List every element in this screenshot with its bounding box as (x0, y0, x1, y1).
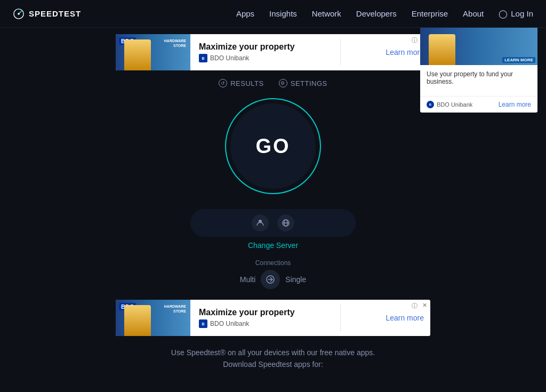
multi-label: Multi (240, 275, 256, 284)
ad-top-image: BDO HARDWARESTORE (116, 34, 190, 70)
ad-bottom-brand-row: B BDO Unibank (199, 319, 295, 328)
toggle-switch[interactable] (261, 270, 280, 289)
connections-section: Connections Multi Single (240, 259, 306, 289)
nav-apps[interactable]: Apps (236, 9, 254, 18)
ad-bottom-info-icon[interactable]: ⓘ (412, 302, 417, 310)
connections-label: Connections (255, 259, 291, 267)
go-label: GO (255, 135, 290, 158)
side-ad-cta: LEARN MORE (502, 57, 535, 63)
side-ad-figure (429, 34, 455, 65)
user-icon: ◯ (499, 9, 508, 19)
ad-top-store-text: HARDWARESTORE (164, 38, 186, 48)
tabs-bar: ↺ RESULTS ⚙ SETTINGS (219, 79, 327, 87)
ad-bottom-image: BDO HARDWARESTORE (116, 300, 190, 336)
ad-bottom-info: Maximize your property B BDO Unibank (199, 308, 295, 328)
tab-settings-label: SETTINGS (291, 79, 327, 87)
go-container: GO (225, 98, 321, 194)
login-button[interactable]: ◯ Log In (499, 9, 533, 19)
ad-top-learn-more[interactable]: Learn more (386, 48, 424, 57)
header: SPEEDTEST Apps Insights Network Develope… (0, 0, 546, 28)
ad-top-info-icon[interactable]: ⓘ (412, 36, 417, 44)
user-server-icon (252, 214, 269, 231)
ad-banner-bottom: Ad ⓘ ✕ BDO HARDWARESTORE Maximize your p… (116, 300, 430, 336)
ad-top-title: Maximize your property (199, 42, 295, 52)
bdo-bottom-logo-icon: B (199, 319, 207, 328)
single-label: Single (285, 275, 306, 284)
change-server-link[interactable]: Change Server (248, 241, 298, 250)
ad-bottom-store-text: HARDWARESTORE (164, 304, 186, 314)
side-ad-brand-row: B BDO Unibank (427, 101, 472, 108)
ad-bottom-figure (124, 305, 151, 336)
nav-about[interactable]: About (463, 9, 484, 18)
side-ad-text: Use your property to fund your business. (427, 70, 531, 85)
ad-bottom-title: Maximize your property (199, 308, 295, 317)
side-ad-body: Use your property to fund your business. (420, 65, 537, 96)
bdo-logo-icon: B (199, 54, 207, 62)
ad-bottom-learn-more[interactable]: Learn more (386, 314, 424, 322)
tab-settings[interactable]: ⚙ SETTINGS (279, 79, 327, 87)
side-ad-bdo-icon: B (427, 101, 434, 108)
results-icon: ↺ (219, 79, 227, 87)
svg-point-1 (18, 13, 20, 15)
tab-results[interactable]: ↺ RESULTS (219, 79, 264, 87)
ad-top-body: Maximize your property B BDO Unibank Lea… (190, 35, 430, 70)
tab-results-label: RESULTS (230, 79, 264, 87)
ad-top-divider (340, 39, 341, 66)
ad-bottom-close-icon[interactable]: ✕ (422, 302, 427, 309)
side-ad-brand-name: BDO Unibank (437, 101, 472, 108)
globe-server-icon (277, 214, 294, 231)
footer-line2: Download Speedtest apps for: (171, 358, 375, 370)
ad-bottom-divider (340, 305, 341, 331)
ad-top-info: Maximize your property B BDO Unibank (199, 42, 295, 62)
ad-bottom-brand-name: BDO Unibank (210, 320, 249, 327)
logo[interactable]: SPEEDTEST (13, 8, 81, 20)
settings-icon: ⚙ (279, 79, 287, 87)
nav-network[interactable]: Network (312, 9, 341, 18)
ad-top-brand-name: BDO Unibank (210, 54, 249, 62)
login-label: Log In (511, 9, 533, 18)
nav-insights[interactable]: Insights (269, 9, 297, 18)
logo-text: SPEEDTEST (29, 9, 81, 18)
footer-line1: Use Speedtest® on all your devices with … (171, 347, 375, 358)
server-bar (190, 209, 356, 237)
side-ad-footer: B BDO Unibank Learn more (420, 96, 537, 113)
ad-top-brand-row: B BDO Unibank (199, 54, 295, 62)
footer-text: Use Speedtest® on all your devices with … (171, 347, 375, 371)
side-ad-learn-more[interactable]: Learn more (499, 101, 531, 108)
nav-developers[interactable]: Developers (356, 9, 397, 18)
ad-bottom-body: Maximize your property B BDO Unibank Lea… (190, 300, 430, 335)
nav-enterprise[interactable]: Enterprise (412, 9, 448, 18)
ad-top-figure (124, 39, 151, 70)
speedtest-logo-icon (13, 8, 25, 20)
ad-banner-top: Ad ⓘ ✕ BDO HARDWARESTORE Maximize your p… (116, 34, 430, 70)
connections-toggle: Multi Single (240, 270, 306, 289)
main-nav: Apps Insights Network Developers Enterpr… (236, 9, 533, 19)
go-button[interactable]: GO (225, 98, 321, 194)
